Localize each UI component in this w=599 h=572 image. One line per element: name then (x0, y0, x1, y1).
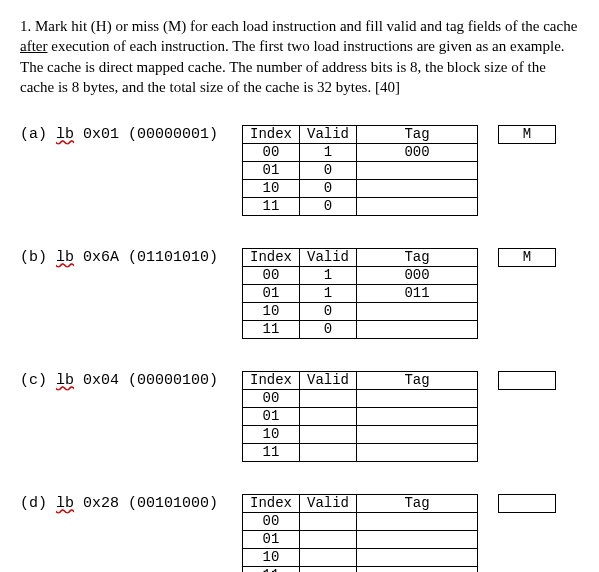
col-header-index: Index (243, 372, 300, 390)
cell-index: 11 (243, 444, 300, 462)
cell-tag[interactable] (357, 549, 478, 567)
table-row: 01 (243, 408, 478, 426)
cell-tag[interactable] (357, 567, 478, 573)
cell-tag[interactable]: 000 (357, 267, 478, 285)
cell-valid[interactable]: 0 (300, 303, 357, 321)
instruction-label: (c) lb 0x04 (00000100) (20, 371, 242, 389)
cell-tag[interactable] (357, 408, 478, 426)
cell-index: 01 (243, 531, 300, 549)
cell-index: 00 (243, 513, 300, 531)
hit-miss-box[interactable]: M (498, 248, 556, 267)
col-header-valid: Valid (300, 126, 357, 144)
problem-block: (b) lb 0x6A (01101010) Index Valid Tag 0… (20, 248, 579, 339)
table-row: 001000 (243, 144, 478, 162)
table-row: 10 (243, 426, 478, 444)
table-row: 100 (243, 303, 478, 321)
cell-valid[interactable]: 0 (300, 321, 357, 339)
hit-miss-box[interactable]: M (498, 125, 556, 144)
cache-table: Index Valid Tag 00011011 (242, 371, 478, 462)
cell-tag[interactable] (357, 303, 478, 321)
cell-valid[interactable]: 0 (300, 180, 357, 198)
cell-valid[interactable]: 1 (300, 267, 357, 285)
table-row: 10 (243, 549, 478, 567)
col-header-index: Index (243, 126, 300, 144)
intro-underlined: after (20, 38, 47, 54)
cell-tag[interactable] (357, 162, 478, 180)
problem-block: (a) lb 0x01 (00000001) Index Valid Tag 0… (20, 125, 579, 216)
cache-table: Index Valid Tag 00011011 (242, 494, 478, 572)
table-row: 00 (243, 513, 478, 531)
col-header-tag: Tag (357, 126, 478, 144)
table-row: 001000 (243, 267, 478, 285)
cell-tag[interactable]: 000 (357, 144, 478, 162)
cell-index: 00 (243, 390, 300, 408)
cell-valid[interactable]: 0 (300, 162, 357, 180)
question-intro: 1. Mark hit (H) or miss (M) for each loa… (20, 16, 579, 97)
cell-index: 11 (243, 567, 300, 573)
cell-index: 01 (243, 162, 300, 180)
problem-block: (d) lb 0x28 (00101000) Index Valid Tag 0… (20, 494, 579, 572)
cell-valid[interactable] (300, 444, 357, 462)
cell-valid[interactable] (300, 390, 357, 408)
table-row: 100 (243, 180, 478, 198)
col-header-valid: Valid (300, 495, 357, 513)
table-row: 110 (243, 321, 478, 339)
col-header-index: Index (243, 249, 300, 267)
intro-pre: Mark hit (H) or miss (M) for each load i… (31, 18, 577, 34)
cell-tag[interactable]: 011 (357, 285, 478, 303)
cell-index: 10 (243, 303, 300, 321)
table-row: 11 (243, 567, 478, 573)
table-row: 01 (243, 531, 478, 549)
cell-index: 10 (243, 426, 300, 444)
cell-index: 00 (243, 144, 300, 162)
hit-miss-box[interactable] (498, 494, 556, 513)
hit-miss-box[interactable] (498, 371, 556, 390)
cell-valid[interactable] (300, 531, 357, 549)
cell-index: 00 (243, 267, 300, 285)
cell-index: 01 (243, 408, 300, 426)
instruction-label: (b) lb 0x6A (01101010) (20, 248, 242, 266)
cell-index: 11 (243, 321, 300, 339)
instruction-label: (a) lb 0x01 (00000001) (20, 125, 242, 143)
cell-index: 01 (243, 285, 300, 303)
cell-index: 11 (243, 198, 300, 216)
col-header-index: Index (243, 495, 300, 513)
table-row: 010 (243, 162, 478, 180)
table-row: 110 (243, 198, 478, 216)
cell-tag[interactable] (357, 180, 478, 198)
cache-table: Index Valid Tag 001000011011100110 (242, 248, 478, 339)
col-header-valid: Valid (300, 249, 357, 267)
cell-valid[interactable]: 0 (300, 198, 357, 216)
cell-valid[interactable]: 1 (300, 144, 357, 162)
instruction-label: (d) lb 0x28 (00101000) (20, 494, 242, 512)
table-row: 00 (243, 390, 478, 408)
cell-valid[interactable] (300, 408, 357, 426)
cell-valid[interactable]: 1 (300, 285, 357, 303)
intro-post: execution of each instruction. The first… (20, 38, 565, 95)
cell-valid[interactable] (300, 513, 357, 531)
cell-tag[interactable] (357, 531, 478, 549)
table-row: 011011 (243, 285, 478, 303)
cell-valid[interactable] (300, 567, 357, 573)
cell-tag[interactable] (357, 321, 478, 339)
col-header-tag: Tag (357, 372, 478, 390)
table-row: 11 (243, 444, 478, 462)
cache-table: Index Valid Tag 001000010100110 (242, 125, 478, 216)
question-number: 1. (20, 18, 31, 34)
col-header-tag: Tag (357, 249, 478, 267)
cell-valid[interactable] (300, 549, 357, 567)
col-header-valid: Valid (300, 372, 357, 390)
cell-tag[interactable] (357, 444, 478, 462)
cell-tag[interactable] (357, 198, 478, 216)
cell-index: 10 (243, 549, 300, 567)
cell-tag[interactable] (357, 513, 478, 531)
cell-index: 10 (243, 180, 300, 198)
cell-tag[interactable] (357, 426, 478, 444)
col-header-tag: Tag (357, 495, 478, 513)
problem-block: (c) lb 0x04 (00000100) Index Valid Tag 0… (20, 371, 579, 462)
cell-valid[interactable] (300, 426, 357, 444)
cell-tag[interactable] (357, 390, 478, 408)
